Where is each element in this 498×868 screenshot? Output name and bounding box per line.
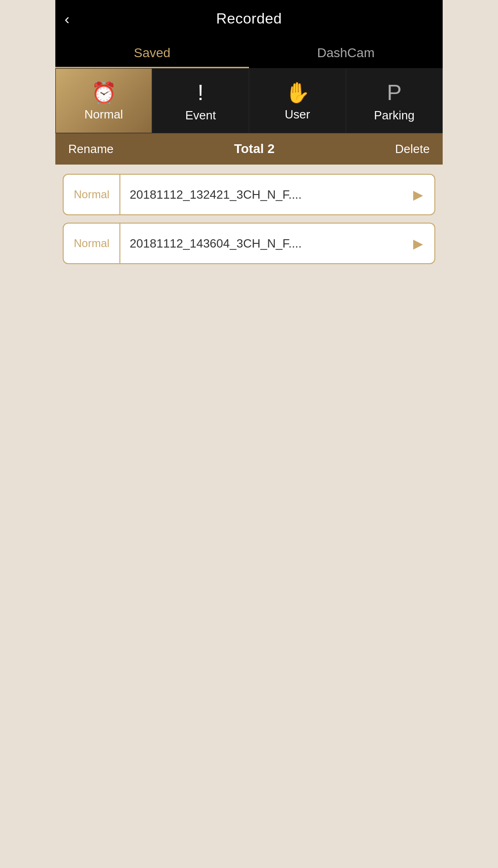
category-parking-label: Parking	[374, 108, 415, 123]
file-item-2[interactable]: Normal 20181112_143604_3CH_N_F.... ▶	[63, 223, 435, 264]
file-list: Normal 20181112_132421_3CH_N_F.... ▶ Nor…	[55, 165, 443, 273]
header: ‹ Recorded	[55, 0, 443, 37]
file-item-1[interactable]: Normal 20181112_132421_3CH_N_F.... ▶	[63, 174, 435, 215]
tab-dashcam[interactable]: DashCam	[249, 37, 443, 68]
empty-content-area	[55, 273, 443, 504]
category-event-label: Event	[185, 108, 216, 123]
category-normal-label: Normal	[84, 107, 123, 122]
page-title: Recorded	[216, 10, 282, 27]
hand-icon: ✋	[285, 83, 310, 103]
play-button-1[interactable]: ▶	[409, 187, 434, 202]
parking-icon: P	[387, 82, 402, 104]
tab-saved[interactable]: Saved	[55, 37, 249, 68]
action-bar: Rename Total 2 Delete	[55, 133, 443, 165]
clock-icon: ⏰	[91, 83, 117, 103]
file-name-2: 20181112_143604_3CH_N_F....	[120, 236, 409, 251]
exclamation-icon: !	[197, 82, 203, 104]
rename-button[interactable]: Rename	[68, 142, 113, 156]
total-count: Total 2	[234, 142, 274, 156]
category-parking[interactable]: P Parking	[346, 68, 443, 133]
category-event[interactable]: ! Event	[152, 68, 249, 133]
play-button-2[interactable]: ▶	[409, 236, 434, 251]
category-user[interactable]: ✋ User	[249, 68, 346, 133]
file-type-2: Normal	[64, 237, 119, 250]
file-type-1: Normal	[64, 188, 119, 201]
category-grid: ⏰ Normal ! Event ✋ User P Parking	[55, 68, 443, 133]
category-normal[interactable]: ⏰ Normal	[55, 68, 152, 133]
category-user-label: User	[285, 107, 310, 122]
file-name-1: 20181112_132421_3CH_N_F....	[120, 188, 409, 202]
tab-bar: Saved DashCam	[55, 37, 443, 68]
delete-button[interactable]: Delete	[395, 142, 430, 156]
back-button[interactable]: ‹	[65, 12, 70, 26]
